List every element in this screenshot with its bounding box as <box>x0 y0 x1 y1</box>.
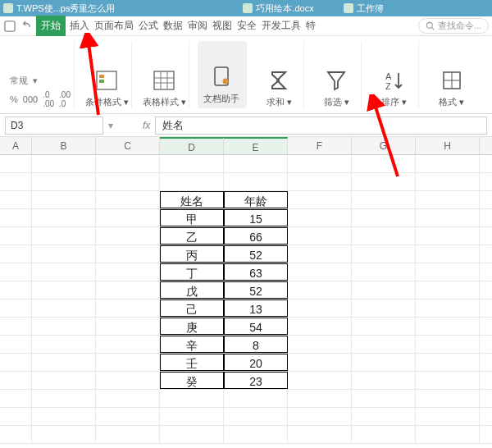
col-B[interactable]: B <box>32 137 96 154</box>
cell[interactable] <box>160 173 224 190</box>
conditional-format-button[interactable]: 条件格式 ▾ <box>83 41 132 108</box>
cell[interactable] <box>96 408 160 425</box>
cell[interactable] <box>416 408 480 425</box>
table-header-age[interactable]: 年龄 <box>224 191 288 208</box>
cell[interactable] <box>288 426 352 443</box>
cell[interactable] <box>288 408 352 425</box>
cell[interactable] <box>96 209 160 226</box>
table-cell-age[interactable]: 52 <box>224 245 288 263</box>
cell[interactable] <box>96 263 160 281</box>
cell[interactable] <box>32 173 96 190</box>
cell[interactable] <box>352 263 416 281</box>
cell[interactable] <box>0 227 32 245</box>
cell[interactable] <box>416 336 480 353</box>
cell[interactable] <box>352 245 416 263</box>
cell[interactable] <box>96 390 160 407</box>
cell[interactable] <box>352 354 416 371</box>
col-C[interactable]: C <box>96 137 160 154</box>
cell[interactable] <box>0 299 32 317</box>
cell[interactable] <box>224 173 288 190</box>
table-cell-name[interactable]: 丁 <box>160 263 224 281</box>
cell[interactable] <box>416 173 480 190</box>
cell[interactable] <box>352 299 416 317</box>
cell[interactable] <box>0 281 32 299</box>
col-A[interactable]: A <box>0 137 32 154</box>
cell[interactable] <box>32 408 96 425</box>
col-E[interactable]: E <box>224 137 288 154</box>
cell[interactable] <box>352 408 416 425</box>
cell[interactable] <box>224 390 288 407</box>
table-cell-age[interactable]: 63 <box>224 263 288 281</box>
chevron-down-icon[interactable]: ▾ <box>33 75 38 86</box>
cell[interactable] <box>0 426 32 443</box>
tab-security[interactable]: 安全 <box>236 17 257 34</box>
spreadsheet-grid[interactable]: 姓名年龄甲15乙66丙52丁63戊52己13庚54辛8壬20癸23 <box>0 155 492 448</box>
cell[interactable] <box>416 390 480 407</box>
table-cell-name[interactable]: 辛 <box>160 336 224 353</box>
cell[interactable] <box>32 299 96 317</box>
cell[interactable] <box>0 155 32 172</box>
cell[interactable] <box>0 408 32 425</box>
cell[interactable] <box>416 209 480 226</box>
cell[interactable] <box>224 426 288 443</box>
table-cell-name[interactable]: 丙 <box>160 245 224 263</box>
tab-insert[interactable]: 插入 <box>69 17 90 34</box>
sort-button[interactable]: AZ 排序 ▾ <box>370 41 419 108</box>
cell[interactable] <box>32 336 96 353</box>
cell[interactable] <box>32 191 96 208</box>
cell[interactable] <box>32 372 96 389</box>
format-button[interactable]: 格式 ▾ <box>427 41 476 108</box>
name-box-dropdown[interactable]: ▾ <box>108 120 113 131</box>
cell[interactable] <box>288 245 352 263</box>
cell[interactable] <box>416 155 480 172</box>
cell[interactable] <box>416 281 480 299</box>
cell[interactable] <box>32 281 96 299</box>
cell[interactable] <box>96 191 160 208</box>
cell[interactable] <box>288 227 352 245</box>
save-icon[interactable] <box>3 20 16 33</box>
cell[interactable] <box>160 155 224 172</box>
cell[interactable] <box>96 372 160 389</box>
cell[interactable] <box>352 227 416 245</box>
doc-helper-button[interactable]: 文档助手 <box>198 41 247 108</box>
table-cell-age[interactable]: 66 <box>224 227 288 245</box>
cell[interactable] <box>32 155 96 172</box>
cell[interactable] <box>32 263 96 281</box>
cell[interactable] <box>224 155 288 172</box>
table-cell-age[interactable]: 15 <box>224 209 288 226</box>
cell[interactable] <box>96 299 160 317</box>
col-D[interactable]: D <box>160 137 224 154</box>
cell[interactable] <box>288 173 352 190</box>
cell[interactable] <box>96 354 160 371</box>
table-cell-age[interactable]: 8 <box>224 336 288 353</box>
cell[interactable] <box>32 245 96 263</box>
cell[interactable] <box>288 299 352 317</box>
cell[interactable] <box>288 390 352 407</box>
tab-formulas[interactable]: 公式 <box>138 17 159 34</box>
cell[interactable] <box>416 191 480 208</box>
undo-icon[interactable] <box>20 20 33 33</box>
table-cell-name[interactable]: 癸 <box>160 372 224 389</box>
cell[interactable] <box>288 372 352 389</box>
cell[interactable] <box>352 173 416 190</box>
cell[interactable] <box>0 209 32 226</box>
col-G[interactable]: G <box>352 137 416 154</box>
cell[interactable] <box>352 390 416 407</box>
cell[interactable] <box>96 281 160 299</box>
cell[interactable] <box>0 336 32 353</box>
cell[interactable] <box>288 263 352 281</box>
tab-view[interactable]: 视图 <box>212 17 233 34</box>
tab-dev-tools[interactable]: 开发工具 <box>261 17 302 34</box>
comma-icon[interactable]: 000 <box>23 94 38 104</box>
cell[interactable] <box>96 245 160 263</box>
cell[interactable] <box>32 390 96 407</box>
cell[interactable] <box>288 336 352 353</box>
cell[interactable] <box>288 209 352 226</box>
tab-review[interactable]: 审阅 <box>187 17 208 34</box>
cell[interactable] <box>0 245 32 263</box>
cell[interactable] <box>288 281 352 299</box>
cell[interactable] <box>416 227 480 245</box>
cell[interactable] <box>0 173 32 190</box>
increase-decimal-icon[interactable]: .00.0 <box>59 90 71 108</box>
cell[interactable] <box>416 426 480 443</box>
